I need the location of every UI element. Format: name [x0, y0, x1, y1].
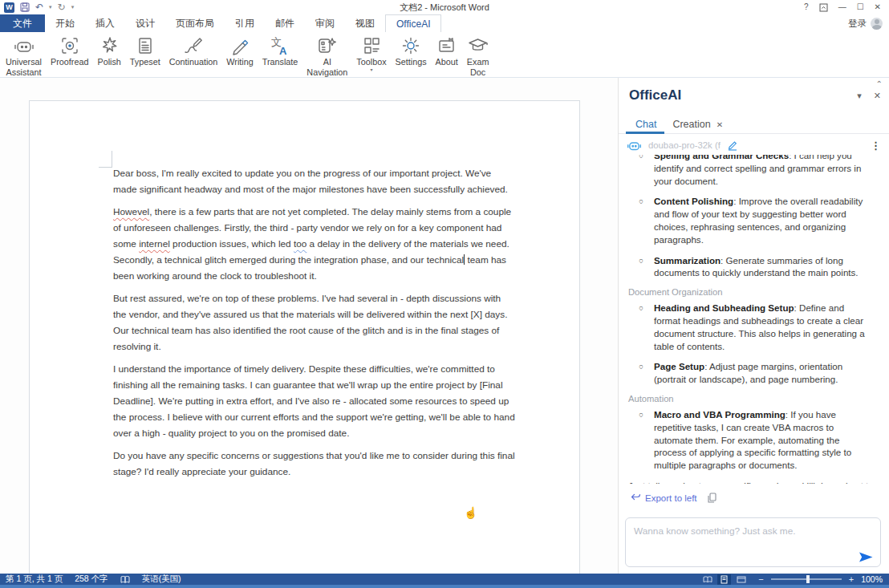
copy-button[interactable] — [707, 493, 716, 503]
send-button[interactable] — [859, 552, 873, 562]
ribbon-button-ai-navigation[interactable]: AI Navigation — [303, 34, 351, 77]
ribbon-button-about[interactable]: About — [432, 34, 461, 67]
chat-item-title: Summarization — [654, 255, 721, 266]
tab-开始[interactable]: 开始 — [45, 14, 85, 32]
tab-creation[interactable]: Creation ✕ — [672, 119, 723, 130]
status-bar: 第 1 页, 共 1 页 258 个字 英语(美国) — [0, 574, 889, 585]
zoom-slider-handle[interactable] — [806, 575, 810, 583]
model-name[interactable]: doubao-pro-32k (f — [648, 140, 721, 150]
page-indicator[interactable]: 第 1 页, 共 1 页 — [6, 574, 63, 585]
ribbon-button-writing[interactable]: Writing — [223, 34, 256, 67]
ribbon-button-label: Translate — [262, 57, 298, 67]
zoom-out-button[interactable]: − — [758, 575, 763, 584]
paragraph[interactable]: Howevel, there is a few parts that are n… — [113, 204, 516, 284]
undo-dropdown-icon[interactable]: ▾ — [49, 4, 52, 10]
chat-item-title: Spelling and Grammar Checks — [654, 155, 789, 160]
chat-text: Just tell me about your specific needs, … — [628, 480, 874, 484]
dropdown-icon[interactable]: ▾ — [370, 68, 372, 72]
print-layout-button[interactable] — [717, 574, 731, 585]
workspace: ⌃ Dear boss, I'm really excited to updat… — [0, 78, 889, 574]
maximize-button[interactable]: ☐ — [857, 3, 864, 11]
hand-cursor-icon: ☝ — [464, 506, 477, 519]
chat-menu-icon[interactable]: ⋮ — [871, 140, 881, 152]
chat-list-item: ○Summarization: Generate summaries of lo… — [628, 254, 879, 280]
tab-设计[interactable]: 设计 — [125, 14, 165, 32]
ribbon-button-universal-assistant[interactable]: Universal Assistant — [2, 34, 45, 77]
document-page[interactable]: Dear boss, I'm really excited to update … — [29, 100, 580, 574]
tab-邮件[interactable]: 邮件 — [265, 14, 305, 32]
continuation-icon — [182, 34, 205, 57]
ribbon-display-options-button[interactable] — [819, 3, 828, 12]
paragraph[interactable]: Dear boss, I'm really excited to update … — [113, 165, 516, 197]
tab-chat[interactable]: Chat — [635, 116, 656, 133]
ribbon-button-toolbox[interactable]: Toolbox▾ — [353, 34, 389, 72]
panel-collapse-icon[interactable]: ▾ — [857, 91, 862, 100]
zoom-slider[interactable] — [771, 578, 842, 580]
window-title: 文档2 - Microsoft Word — [0, 2, 889, 14]
chat-messages[interactable]: ○Spelling and Grammar Checks: I can help… — [619, 155, 886, 484]
read-mode-button[interactable] — [700, 574, 714, 585]
panel-tabs: Chat Creation ✕ — [619, 116, 889, 134]
ribbon-button-translate[interactable]: 文ATranslate — [259, 34, 302, 67]
close-button[interactable]: ✕ — [875, 3, 881, 11]
minimize-button[interactable]: — — [838, 3, 846, 11]
ribbon-button-label: Typeset — [130, 57, 160, 67]
tab-审阅[interactable]: 审阅 — [305, 14, 345, 32]
redo-button[interactable]: ↻ — [58, 2, 66, 12]
word-count[interactable]: 258 个字 — [75, 574, 108, 585]
tab-视图[interactable]: 视图 — [345, 14, 385, 32]
robot-icon — [627, 139, 642, 152]
chat-input-box — [625, 517, 881, 567]
tab-creation-close-icon[interactable]: ✕ — [716, 120, 723, 129]
text-run: But rest assured, we're on top of these … — [113, 293, 507, 352]
bullet-icon: ○ — [628, 254, 654, 280]
paragraph[interactable]: I understand the importance of timely de… — [113, 361, 516, 441]
tab-officeai[interactable]: OfficeAI — [385, 14, 441, 32]
chat-actions-row: Export to left — [631, 493, 716, 503]
ribbon-button-typeset[interactable]: Typeset — [127, 34, 164, 67]
svg-text:A: A — [279, 45, 287, 56]
sign-in[interactable]: 登录 — [848, 14, 889, 32]
zoom-level[interactable]: 100% — [861, 574, 883, 584]
chat-section-label: Automation — [628, 394, 879, 403]
ribbon-button-label: Writing — [226, 57, 253, 67]
ribbon-button-polish[interactable]: Polish — [94, 34, 124, 67]
collapse-ribbon-icon[interactable]: ⌃ — [876, 79, 883, 88]
edit-model-icon[interactable] — [727, 140, 738, 151]
tab-引用[interactable]: 引用 — [225, 14, 265, 32]
ribbon: Universal AssistantProofreadPolishTypese… — [0, 32, 889, 78]
ribbon-button-continuation[interactable]: Continuation — [166, 34, 221, 67]
ribbon-button-proofread[interactable]: Proofread — [47, 34, 91, 67]
language-indicator[interactable]: 英语(美国) — [142, 574, 181, 585]
ribbon-button-exam-doc[interactable]: Exam Doc — [464, 34, 493, 77]
help-button[interactable]: ? — [804, 3, 809, 11]
document-area[interactable]: Dear boss, I'm really excited to update … — [0, 78, 618, 574]
ribbon-button-label: About — [436, 57, 458, 67]
export-to-left-button[interactable]: Export to left — [631, 493, 697, 503]
word-window: W ↶ ▾ ↻ ▾ 文档2 - Microsoft Word ? — ☐ ✕ — [0, 0, 889, 588]
web-layout-button[interactable] — [734, 574, 748, 585]
zoom-in-button[interactable]: + — [849, 575, 854, 584]
qat-customize-dropdown-icon[interactable]: ▾ — [71, 4, 75, 10]
ribbon-button-label: Proofread — [51, 57, 88, 67]
panel-close-icon[interactable]: ✕ — [874, 91, 881, 100]
ribbon-button-settings[interactable]: Settings — [392, 34, 430, 67]
tab-file[interactable]: 文件 — [0, 14, 45, 32]
proofing-status-icon[interactable] — [120, 575, 130, 584]
tab-creation-label: Creation — [672, 119, 710, 130]
undo-button[interactable]: ↶ — [35, 2, 43, 12]
tab-页面布局[interactable]: 页面布局 — [165, 14, 225, 32]
tab-插入[interactable]: 插入 — [85, 14, 125, 32]
quick-access-toolbar: W ↶ ▾ ↻ ▾ — [0, 2, 74, 13]
document-text[interactable]: Dear boss, I'm really excited to update … — [113, 165, 516, 486]
bullet-icon: ○ — [628, 155, 654, 187]
save-button[interactable] — [20, 2, 30, 12]
bullet-icon: ○ — [628, 302, 654, 352]
view-mode-buttons — [700, 574, 748, 585]
chat-input[interactable] — [626, 518, 880, 550]
robot-icon — [13, 34, 35, 57]
chat-list-item-text: Content Polishing: Improve the overall r… — [654, 195, 871, 245]
paragraph[interactable]: But rest assured, we're on top of these … — [113, 290, 516, 355]
chat-section-label: Document Organization — [628, 287, 879, 297]
paragraph[interactable]: Do you have any specific concerns or sug… — [113, 448, 516, 480]
